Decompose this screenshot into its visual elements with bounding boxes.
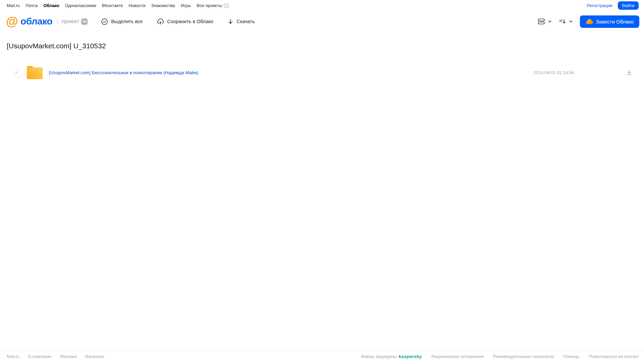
sort-icon <box>559 18 566 25</box>
get-cloud-button[interactable]: Завести Облако <box>580 15 639 28</box>
footer-link-report-content[interactable]: Пожаловаться на контент <box>589 354 639 359</box>
file-modified-date: 2024-04-01 01:14:54 <box>533 70 574 75</box>
row-download-button[interactable] <box>626 69 633 76</box>
footer-link-about[interactable]: О компании <box>28 354 51 359</box>
vk-badge-icon: VK <box>81 18 88 25</box>
header-right-controls: Завести Облако <box>538 15 639 28</box>
sort-dropdown[interactable] <box>559 18 573 25</box>
download-arrow-icon <box>228 18 234 25</box>
portal-nav: Mail.ru Почта Облако Одноклассники ВКонт… <box>7 3 222 8</box>
page-title: [UsupovMarket.com] U_310532 <box>7 42 106 50</box>
list-view-icon <box>538 18 545 25</box>
kaspersky-protected: Файлы защищены kaspersky <box>361 354 422 359</box>
nav-item-znakomstva[interactable]: Знакомства <box>151 3 175 8</box>
view-mode-dropdown[interactable] <box>538 18 552 25</box>
all-projects-grid-icon[interactable] <box>224 3 229 8</box>
check-circle-icon <box>101 18 108 25</box>
chevron-down-icon <box>547 19 552 24</box>
mailru-at-icon: @ <box>6 15 18 28</box>
portal-topbar: Mail.ru Почта Облако Одноклассники ВКонт… <box>0 0 644 11</box>
nav-item-vse-proekty[interactable]: Все проекты <box>197 3 222 8</box>
cloud-logo-text: облако <box>20 16 52 27</box>
footer-right-links: Файлы защищены kaspersky Лицензионное со… <box>361 354 639 359</box>
nav-item-mailru[interactable]: Mail.ru <box>7 3 20 8</box>
footer-link-ads[interactable]: Реклама <box>60 354 77 359</box>
nav-item-novosti[interactable]: Новости <box>129 3 145 8</box>
nav-item-pochta[interactable]: Почта <box>26 3 38 8</box>
footer-link-mailru[interactable]: Mail.ru <box>7 354 19 359</box>
nav-item-oblako[interactable]: Облако <box>43 3 59 8</box>
cloud-upload-icon <box>157 18 164 25</box>
select-all-button[interactable]: Выделить все <box>101 18 143 25</box>
footer-left-links: Mail.ru О компании Реклама Вакансии <box>7 354 104 359</box>
footer-link-jobs[interactable]: Вакансии <box>86 354 104 359</box>
chevron-down-icon <box>568 19 573 24</box>
file-list-row[interactable]: [UsupovMarket.com] Бессознательное в пси… <box>0 64 644 81</box>
login-button[interactable]: Войти <box>618 1 639 10</box>
project-label: проект VK <box>61 18 88 25</box>
nav-item-vkontakte[interactable]: ВКонтакте <box>102 3 123 8</box>
orange-cloud-icon <box>586 19 593 24</box>
nav-item-odnoklassniki[interactable]: Одноклассники <box>65 3 96 8</box>
save-to-cloud-button[interactable]: Сохранить в Облако <box>157 18 213 25</box>
nav-item-igry[interactable]: Игры <box>181 3 191 8</box>
cloud-logo[interactable]: @ облако | проект VK <box>6 15 88 28</box>
page-footer: Mail.ru О компании Реклама Вакансии Файл… <box>0 351 644 362</box>
download-underline-icon <box>626 69 633 76</box>
row-checkbox[interactable] <box>12 68 21 77</box>
registration-link[interactable]: Регистрация <box>587 3 612 8</box>
folder-icon <box>27 66 43 79</box>
download-button[interactable]: Скачать <box>228 18 255 25</box>
kaspersky-logo[interactable]: kaspersky <box>399 354 422 359</box>
cloud-header: @ облако | проект VK Выделить все <box>0 11 644 32</box>
footer-link-license[interactable]: Лицензионное соглашение <box>431 354 484 359</box>
file-toolbar: Выделить все Сохранить в Облако Скачать <box>101 18 255 25</box>
folder-name-link[interactable]: [UsupovMarket.com] Бессознательное в пси… <box>49 70 198 75</box>
footer-link-recommendation-tech[interactable]: Рекомендательные технологии <box>493 354 554 359</box>
footer-link-help[interactable]: Помощь <box>563 354 579 359</box>
logo-divider: | <box>57 18 58 25</box>
